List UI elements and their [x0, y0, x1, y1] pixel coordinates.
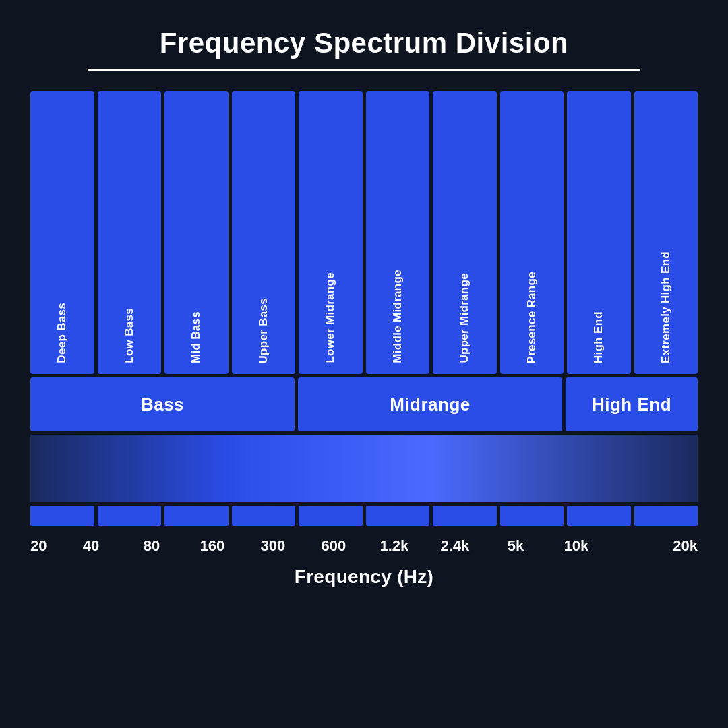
freq-label-freq-160: 160	[200, 537, 225, 555]
group-bands-row: BassMidrangeHigh End	[30, 377, 698, 431]
gradient-area	[30, 435, 698, 502]
sub-band-high-end: High End	[567, 91, 631, 374]
sub-band-label-upper-bass: Upper Bass	[257, 298, 270, 363]
freq-label-freq-2400: 2.4k	[441, 537, 470, 555]
page-title: Frequency Spectrum Division	[160, 27, 568, 59]
group-band-label-midrange-group: Midrange	[390, 394, 471, 415]
freq-bar-segment-5	[366, 506, 430, 526]
sub-band-label-deep-bass: Deep Bass	[55, 303, 69, 363]
sub-band-label-presence-range: Presence Range	[525, 272, 539, 364]
freq-label-freq-20: 20	[30, 537, 47, 555]
sub-band-lower-midrange: Lower Midrange	[299, 91, 363, 374]
sub-band-label-middle-midrange: Middle Midrange	[391, 270, 404, 363]
freq-label-freq-20000: 20k	[673, 537, 698, 555]
freq-label-freq-5000: 5k	[508, 537, 524, 555]
group-band-label-bass-group: Bass	[141, 394, 184, 415]
sub-band-label-low-bass: Low Bass	[123, 308, 136, 363]
freq-label-freq-10000: 10k	[564, 537, 589, 555]
sub-band-deep-bass: Deep Bass	[30, 91, 94, 374]
freq-label-freq-80: 80	[144, 537, 160, 555]
freq-bar-segment-7	[500, 506, 564, 526]
freq-label-freq-1200: 1.2k	[380, 537, 409, 555]
freq-bar-segment-8	[567, 506, 631, 526]
freq-label-freq-600: 600	[322, 537, 346, 555]
group-band-bass-group: Bass	[30, 377, 295, 431]
group-band-high-end-group: High End	[566, 377, 698, 431]
sub-band-label-lower-midrange: Lower Midrange	[324, 272, 337, 363]
group-band-midrange-group: Midrange	[298, 377, 562, 431]
sub-band-upper-midrange: Upper Midrange	[433, 91, 497, 374]
freq-label-freq-40: 40	[83, 537, 99, 555]
sub-band-label-mid-bass: Mid Bass	[189, 311, 203, 363]
sub-band-label-extremely-high-end: Extremely High End	[659, 251, 673, 363]
x-axis-title: Frequency (Hz)	[30, 566, 698, 588]
title-section: Frequency Spectrum Division	[30, 27, 698, 71]
freq-label-freq-300: 300	[261, 537, 286, 555]
title-underline	[88, 69, 640, 71]
freq-bar-row	[30, 506, 698, 526]
freq-bar-segment-0	[30, 506, 94, 526]
sub-band-label-upper-midrange: Upper Midrange	[458, 273, 471, 363]
sub-band-upper-bass: Upper Bass	[232, 91, 296, 374]
freq-bar-segment-2	[164, 506, 229, 526]
freq-labels-row: 2040801603006001.2k2.4k5k10k20k	[30, 533, 698, 559]
sub-band-mid-bass: Mid Bass	[164, 91, 229, 374]
sub-band-extremely-high-end: Extremely High End	[634, 91, 698, 374]
group-band-label-high-end-group: High End	[592, 394, 671, 415]
sub-band-middle-midrange: Middle Midrange	[366, 91, 430, 374]
sub-band-label-high-end: High End	[592, 311, 605, 363]
freq-bar-segment-1	[98, 506, 162, 526]
freq-bar-segment-3	[232, 506, 296, 526]
page-wrapper: Frequency Spectrum Division Deep BassLow…	[0, 0, 728, 728]
sub-band-low-bass: Low Bass	[98, 91, 162, 374]
sub-band-presence-range: Presence Range	[500, 91, 564, 374]
freq-bar-segment-9	[634, 506, 698, 526]
freq-bar-segment-4	[299, 506, 363, 526]
chart-area: Deep BassLow BassMid BassUpper BassLower…	[30, 91, 698, 708]
sub-bands-row: Deep BassLow BassMid BassUpper BassLower…	[30, 91, 698, 374]
freq-bar-segment-6	[433, 506, 497, 526]
